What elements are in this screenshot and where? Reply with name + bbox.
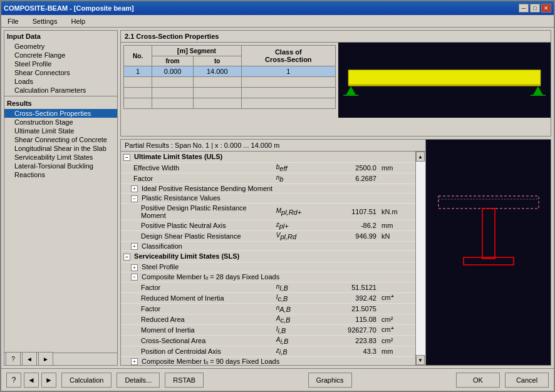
cell-to: 14.000 [193, 66, 241, 77]
forward-button[interactable]: ► [41, 373, 56, 388]
sidebar-item-construction[interactable]: Construction Stage [4, 118, 117, 126]
classification-header[interactable]: + Classification [121, 241, 415, 251]
uls-group-header[interactable]: − Ultimate Limit States (ULS) [121, 152, 415, 162]
result-row-shear-plastic: Design Shear Plastic Resistance Vpl,Rd 9… [121, 230, 415, 241]
main-content: Input Data Geometry Concrete Flange Stee… [1, 28, 554, 368]
col-from: from [152, 56, 194, 66]
window-title: COMPOSITE-BEAM - [Composite beam] [4, 4, 134, 12]
composite-28-expand[interactable]: − [131, 274, 138, 281]
sidebar-item-cross-section[interactable]: Cross-Section Properties [4, 109, 117, 118]
sls-group-header[interactable]: − Serviceability Limit States (SLS) [121, 251, 415, 262]
col-no: No. [124, 46, 152, 66]
sidebar-item-steel-profile[interactable]: Steel Profile [4, 59, 117, 68]
back-button[interactable]: ◄ [24, 373, 39, 388]
tree-divider [4, 96, 117, 96]
next-nav-button[interactable]: ► [38, 352, 53, 366]
graphics-button[interactable]: Graphics [308, 373, 352, 388]
results-scrollbar[interactable]: ▲ ▼ [415, 152, 425, 365]
col-segment: [m] Segment [152, 46, 241, 56]
prev-nav-button[interactable]: ◄ [22, 352, 37, 366]
table-row[interactable] [124, 88, 336, 98]
sidebar-item-sls[interactable]: Serviceability Limit States [4, 153, 117, 162]
cross-section-table: No. [m] Segment Class of Cross-Section [123, 45, 336, 109]
calculation-button[interactable]: Calculation [61, 373, 112, 388]
composite-28-header[interactable]: − Composite Member t₀ = 28 days Fixed Lo… [121, 272, 415, 282]
result-row-reduced-area: Reduced Area Ac,B 115.08 cm² [121, 314, 415, 324]
footer: ? ◄ ► Calculation Details... RSTAB Graph… [1, 368, 554, 391]
steel-profile-expand[interactable]: + [131, 264, 138, 271]
rstab-button[interactable]: RSTAB [165, 373, 204, 388]
cross-section-svg [426, 140, 551, 365]
ideal-moment-header[interactable]: + Ideal Positive Resistance Bending Mome… [121, 183, 415, 193]
close-button[interactable]: ✕ [541, 4, 551, 13]
svg-rect-2 [348, 84, 541, 86]
svg-rect-1 [348, 70, 541, 85]
beam-svg [338, 43, 551, 118]
bottom-section: Partial Results : Span No. 1 | x : 0.000… [120, 139, 551, 366]
menu-help[interactable]: Help [67, 16, 89, 26]
window-controls: ─ □ ✕ [519, 4, 551, 13]
results-scroll-area[interactable]: − Ultimate Limit States (ULS) Effective … [121, 152, 425, 365]
minimize-button[interactable]: ─ [519, 4, 529, 13]
result-row-centroid: Position of Centroidal Axis zi,B 43.3 mm [121, 346, 415, 356]
plastic-resistance-header[interactable]: − Plastic Resistance Values [121, 193, 415, 204]
details-button[interactable]: Details... [117, 373, 160, 388]
cell-no: 1 [124, 66, 152, 77]
result-row-cross-area: Cross-Sectional Area Ai,B 223.83 cm² [121, 335, 415, 346]
title-bar: COMPOSITE-BEAM - [Composite beam] ─ □ ✕ [1, 1, 554, 15]
left-panel-bottom: ? ◄ ► [4, 353, 117, 365]
sidebar-item-shear-concrete[interactable]: Shear Connecting of Concrete [4, 135, 117, 144]
result-row-reduced-moment: Reduced Moment of Inertia Ic,B 392.42 cm… [121, 292, 415, 303]
help-button[interactable]: ? [6, 373, 21, 388]
footer-center-buttons: Calculation Details... RSTAB [61, 373, 204, 388]
result-row-neutral-axis: Positive Plastic Neutral Axis zpl+ -86.2… [121, 220, 415, 230]
uls-expand-icon[interactable]: − [123, 154, 130, 161]
cell-from: 0.000 [152, 66, 194, 77]
help-nav-button[interactable]: ? [6, 352, 21, 366]
sidebar-item-reactions[interactable]: Reactions [4, 170, 117, 179]
sidebar-item-geometry[interactable]: Geometry [4, 42, 117, 51]
composite-90-header[interactable]: + Composite Member t₀ = 90 days Fixed Lo… [121, 356, 415, 365]
result-row-factor-nab: Factor nA,B 21.5075 [121, 303, 415, 314]
sidebar-item-loads[interactable]: Loads [4, 77, 117, 86]
col-to: to [193, 56, 241, 66]
table-row[interactable] [124, 98, 336, 109]
composite-90-expand[interactable]: + [131, 358, 138, 365]
sidebar-item-concrete-flange[interactable]: Concrete Flange [4, 51, 117, 59]
right-panel: 2.1 Cross-Section Properties No. [m] Seg… [120, 30, 551, 366]
sidebar-item-uls[interactable]: Ultimate Limit State [4, 126, 117, 135]
col-class: Class of Cross-Section [241, 46, 335, 66]
sidebar-item-calc-params[interactable]: Calculation Parameters [4, 86, 117, 95]
scroll-down-btn[interactable]: ▼ [416, 355, 425, 365]
left-panel-scroll: Input Data Geometry Concrete Flange Stee… [4, 31, 117, 353]
plastic-resistance-expand[interactable]: − [131, 195, 138, 202]
input-data-section: Input Data [4, 31, 117, 42]
table-row[interactable]: 1 0.000 14.000 1 [124, 66, 336, 77]
steel-profile-header[interactable]: + Steel Profile [121, 262, 415, 272]
results-table: − Ultimate Limit States (ULS) Effective … [121, 152, 415, 365]
result-row-plastic-moment: Positive Design Plastic Resistance Momen… [121, 203, 415, 220]
sidebar-item-shear-connectors[interactable]: Shear Connectors [4, 68, 117, 77]
sidebar-item-ltb[interactable]: Lateral-Torsional Buckling [4, 162, 117, 170]
cross-section-preview [425, 140, 551, 365]
cross-section-section: 2.1 Cross-Section Properties No. [m] Seg… [120, 30, 551, 137]
svg-rect-7 [426, 158, 551, 346]
classification-expand[interactable]: + [131, 243, 138, 250]
footer-left-buttons: ? ◄ ► [6, 373, 56, 388]
table-row[interactable] [124, 77, 336, 88]
menu-settings[interactable]: Settings [29, 16, 61, 26]
partial-results-header: Partial Results : Span No. 1 | x : 0.000… [121, 140, 425, 152]
menu-file[interactable]: File [4, 16, 23, 26]
maximize-button[interactable]: □ [530, 4, 540, 13]
sidebar-item-long-shear[interactable]: Longitudinal Shear in the Slab [4, 144, 117, 153]
footer-right-buttons: OK Cancel [456, 373, 549, 388]
left-panel: Input Data Geometry Concrete Flange Stee… [4, 30, 118, 366]
results-section: Results [4, 98, 117, 109]
sls-expand-icon[interactable]: − [123, 254, 130, 260]
cancel-button[interactable]: Cancel [505, 373, 549, 388]
ok-button[interactable]: OK [456, 373, 500, 388]
ideal-moment-expand[interactable]: + [131, 185, 138, 192]
scroll-up-btn[interactable]: ▲ [416, 152, 425, 162]
result-row-effective-width: Effective Width beff 2500.0 mm [121, 162, 415, 173]
cross-section-title: 2.1 Cross-Section Properties [121, 31, 551, 43]
